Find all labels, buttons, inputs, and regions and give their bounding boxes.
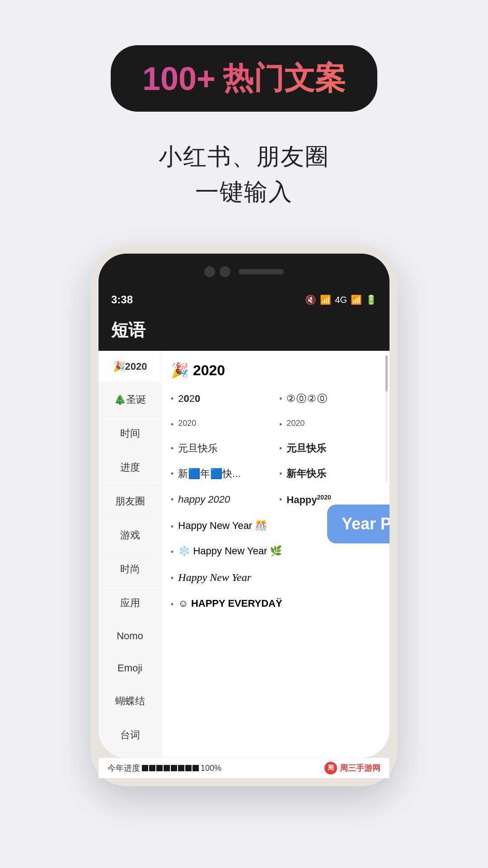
item-text-hny-snowflake: ❄️ Happy New Year 🌿	[178, 545, 282, 558]
sidebar-item-bow[interactable]: 蝴蝶结	[99, 684, 161, 718]
battery-icon: 🔋	[366, 294, 377, 305]
sidebar-item-games[interactable]: 游戏	[99, 519, 161, 552]
list-item[interactable]: • happy 2020	[171, 489, 272, 511]
item-text-yuandan: 元旦快乐	[178, 442, 218, 455]
status-time: 3:38	[111, 293, 133, 306]
bullet-icon: •	[171, 547, 174, 557]
subtitle-line2: 一键输入	[195, 179, 293, 205]
list-item-happy-new-year-cursive[interactable]: • Happy New Year	[171, 566, 380, 589]
tooltip-bubble: Year Pr	[327, 505, 389, 543]
item-text-2020-stylized: 2020	[178, 392, 200, 406]
bullet-icon: •	[279, 394, 282, 404]
sidebar-item-apps[interactable]: 应用	[99, 586, 161, 620]
item-text-happy-everyday: ☺ HAPPY EVERYDAŸ	[178, 597, 282, 610]
list-item[interactable]: • 元旦快乐	[279, 438, 380, 460]
list-item[interactable]: • 2020	[171, 388, 272, 410]
bullet-icon: •	[171, 394, 174, 404]
subtitle-line1: 小红书、朋友圈	[159, 143, 329, 170]
bullet-icon: •	[171, 600, 174, 609]
bullet-icon: •	[171, 522, 174, 532]
bullet-icon: •	[279, 469, 282, 479]
bullet-icon: •	[171, 495, 174, 505]
items-grid: • 2020 • ②⓪②⓪ • 2020 • 2020	[171, 388, 380, 615]
top-section: 100+ 热门文案 小红书、朋友圈 一键输入	[0, 0, 488, 209]
list-item-happy-new-year-2[interactable]: • ❄️ Happy New Year 🌿	[171, 540, 380, 562]
sidebar: 🎉2020 🎄圣诞 时间 进度 朋友圈 游戏 时尚 应用 Nomo Emoji …	[99, 351, 162, 758]
item-text-xinnian-sq: 新🟦年🟦快...	[178, 467, 240, 481]
camera-area	[204, 266, 284, 277]
bullet-icon: •	[171, 444, 174, 453]
block2	[149, 765, 155, 771]
bullet-icon: •	[279, 444, 282, 453]
block5	[171, 765, 177, 771]
bullet-icon: •	[279, 420, 282, 429]
watermark-progress: 今年进度 100%	[108, 763, 221, 774]
signal-icon: 📶	[351, 294, 362, 305]
sidebar-item-friends[interactable]: 朋友圈	[99, 485, 161, 519]
phone-wrapper: 3:38 🔇 📶 4G 📶 🔋 短语 🎉2020 🎄圣诞 时间 进度 朋友圈	[0, 245, 488, 786]
subtitle: 小红书、朋友圈 一键输入	[159, 139, 329, 209]
status-bar: 3:38 🔇 📶 4G 📶 🔋	[99, 290, 389, 310]
block3	[156, 765, 163, 771]
list-item[interactable]: • ②⓪②⓪	[279, 388, 380, 410]
list-item[interactable]: • 元旦快乐	[171, 438, 272, 460]
sidebar-item-2020[interactable]: 🎉2020	[99, 351, 161, 383]
bullet-icon: •	[171, 420, 174, 429]
scrollbar-thumb	[385, 355, 388, 392]
block8	[192, 765, 199, 771]
block7	[185, 765, 192, 771]
item-text-2020-small: 2020	[178, 418, 196, 429]
list-item-happy-everyday[interactable]: • ☺ HAPPY EVERYDAŸ	[171, 593, 380, 615]
bullet-icon: •	[279, 495, 282, 505]
sidebar-item-emoji[interactable]: Emoji	[99, 652, 161, 684]
watermark-row: 今年进度 100% 周 周三手游网	[99, 758, 389, 778]
progress-blocks	[142, 765, 199, 771]
camera-dot	[204, 266, 215, 277]
sidebar-item-progress[interactable]: 进度	[99, 451, 161, 485]
item-text-happy2020-italic: happy 2020	[178, 493, 230, 506]
sidebar-item-time[interactable]: 时间	[99, 417, 161, 451]
status-icons: 🔇 📶 4G 📶 🔋	[305, 294, 377, 305]
sidebar-item-lines[interactable]: 台词	[99, 718, 161, 752]
item-text-xinnian-bold: 新年快乐	[286, 467, 326, 481]
content-area: 🎉 2020 • 2020 • ②⓪②⓪ • 2020	[162, 351, 389, 758]
logo-circle-icon: 周	[324, 762, 337, 774]
item-text-yuandan-bold: 元旦快乐	[286, 442, 326, 455]
item-text-hny-cursive: Happy New Year	[178, 571, 251, 585]
list-item[interactable]: • 新年快乐	[279, 463, 380, 485]
speaker-bar	[239, 269, 284, 274]
item-text-hny-emoji: Happy New Year 🎊	[178, 519, 267, 533]
tooltip-text: Year Pr	[342, 514, 389, 533]
list-item[interactable]: • 2020	[171, 414, 272, 434]
app-body: 🎉2020 🎄圣诞 时间 进度 朋友圈 游戏 时尚 应用 Nomo Emoji …	[99, 351, 389, 758]
block1	[142, 765, 148, 771]
item-text-2020-small2: 2020	[286, 418, 305, 429]
block6	[178, 765, 184, 771]
section-title: 🎉 2020	[171, 362, 380, 379]
badge-hot-text: 热门文案	[223, 58, 346, 99]
sidebar-item-christmas[interactable]: 🎄圣诞	[99, 383, 161, 417]
camera-dot2	[220, 266, 230, 277]
logo-text: 周三手游网	[340, 763, 380, 774]
app-header: 短语	[99, 310, 389, 351]
badge-pill: 100+ 热门文案	[111, 45, 377, 112]
block4	[164, 765, 170, 771]
badge-100-text: 100+	[142, 60, 216, 97]
mute-icon: 🔇	[305, 294, 316, 305]
item-text-circled-2020: ②⓪②⓪	[286, 392, 328, 406]
app-title: 短语	[111, 321, 145, 340]
network-label: 4G	[335, 295, 347, 305]
phone-notch	[99, 254, 389, 290]
bullet-icon: •	[171, 469, 174, 479]
bullet-icon: •	[171, 574, 174, 583]
item-text-happy-super: Happy2020	[286, 493, 331, 507]
watermark-logo: 周 周三手游网	[324, 762, 380, 774]
sidebar-item-nomo[interactable]: Nomo	[99, 620, 161, 652]
sidebar-item-fashion[interactable]: 时尚	[99, 552, 161, 586]
list-item[interactable]: • 新🟦年🟦快...	[171, 463, 272, 485]
scrollbar-track[interactable]	[385, 355, 388, 482]
phone-mockup: 3:38 🔇 📶 4G 📶 🔋 短语 🎉2020 🎄圣诞 时间 进度 朋友圈	[90, 245, 398, 786]
progress-percent: 100%	[201, 764, 221, 773]
list-item[interactable]: • 2020	[279, 414, 380, 434]
wifi-icon: 📶	[320, 294, 331, 305]
